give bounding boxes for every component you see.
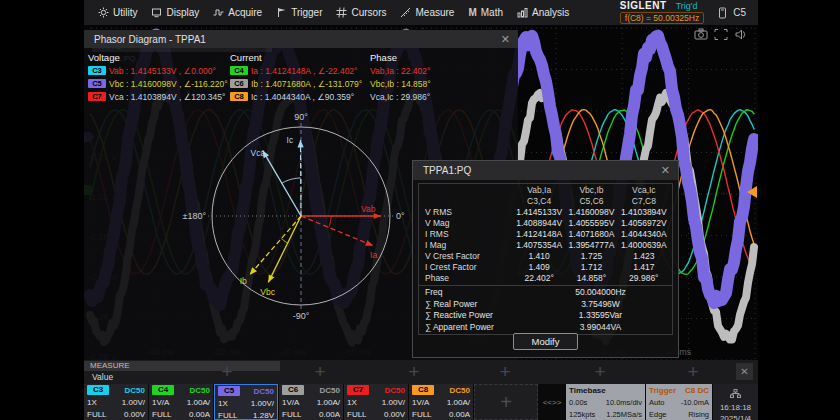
menu-utility[interactable]: Utility <box>98 7 137 18</box>
phasor-panel-header[interactable]: Phasor Diagram - TPPA1 ✕ <box>84 30 518 48</box>
add-measurement-icon[interactable]: + <box>207 360 247 384</box>
pq-value: 1.4056972V <box>618 218 670 229</box>
pq-sum-label: ∑ Real Power <box>421 299 531 311</box>
phasor-panel-title: Phasor Diagram - TPPA1 <box>94 34 206 45</box>
add-channel-slot[interactable]: + <box>474 384 538 420</box>
display-icon <box>151 7 162 18</box>
active-channel-indicator[interactable]: C5 <box>733 7 746 18</box>
pq-value: 1.4088944V <box>513 218 565 229</box>
modify-button[interactable]: Modify <box>513 333 579 350</box>
pq-value: 29.986° <box>618 273 670 284</box>
pq-col-subheader: C7,C8 <box>618 196 670 207</box>
svg-text:Vca: Vca <box>251 148 266 158</box>
svg-text:Ia: Ia <box>370 250 377 260</box>
pq-sum-label: ∑ Apparent Power <box>421 322 531 334</box>
voltage-column: Voltage C3Vab : 1.4145133V , ∠0.000° C5V… <box>88 52 230 103</box>
voltage-row: C7Vca : 1.4103894V , ∠120.345° <box>88 90 230 103</box>
pq-col-subheader: C5,C6 <box>565 196 617 207</box>
channel-badge: C8 <box>230 92 248 101</box>
menu-acquire[interactable]: Acquire <box>213 7 262 18</box>
menu-measure[interactable]: Measure <box>400 7 454 18</box>
pq-value: 1.4075354A <box>513 240 565 251</box>
menu-cursors[interactable]: Cursors <box>336 7 386 18</box>
plus-icon: + <box>500 391 512 414</box>
storage-icon[interactable] <box>718 7 727 19</box>
pq-row-label: I RMS <box>421 229 513 240</box>
clock-time: 16:18:18 <box>713 402 758 413</box>
pq-dialog-header[interactable]: TPPA1:PQ ✕ <box>413 161 678 180</box>
phase-column: Phase Vab,Ia : 22.402° Vbc,Ib : 14.858° … <box>370 52 514 103</box>
pq-sum-value: 3.99044VA <box>531 322 670 334</box>
current-header: Current <box>230 52 370 64</box>
close-icon[interactable]: ✕ <box>501 34 510 45</box>
acquire-icon <box>213 7 224 18</box>
pq-value: 1.725 <box>565 251 617 262</box>
channel-badge: C3 <box>88 66 106 75</box>
add-measurement-icon[interactable]: + <box>300 360 340 384</box>
trigger-status: Trig'd <box>676 1 698 11</box>
menu-display-label: Display <box>166 7 199 18</box>
menu-bar: Utility Display Acquire Trigger Cursors … <box>84 0 758 25</box>
add-measurement-icon[interactable]: + <box>394 360 434 384</box>
network-icon <box>730 389 741 398</box>
svg-text:Ic: Ic <box>287 135 294 145</box>
channel-badge: C5 <box>88 79 106 88</box>
menu-acquire-label: Acquire <box>228 7 262 18</box>
chart-icon <box>517 7 528 18</box>
grid-toolbar <box>694 27 750 41</box>
flag-icon <box>276 7 287 18</box>
menu-utility-label: Utility <box>113 7 137 18</box>
channel-box-c8[interactable]: C8DC50 1V/A1.00A/ FULL0.00A <box>409 384 473 420</box>
voltage-row: C5Vbc : 1.4160098V , ∠-116.220° <box>88 77 230 90</box>
channel-box-c5[interactable]: C5DC50 1X1.00V/ FULL1.28V <box>214 384 278 420</box>
pq-value: 1.712 <box>565 262 617 273</box>
pq-row-label: I Crest Factor <box>421 262 513 273</box>
pq-value: 1.4055595V <box>565 218 617 229</box>
math-icon: M <box>468 7 476 18</box>
frequency-counter: f(C8) = 50.00325Hz <box>620 12 704 24</box>
channel-box-c4[interactable]: C4DC50 1V/A1.00A/ FULL0.00A <box>149 384 213 420</box>
pq-value: 1.4145133V <box>513 207 565 218</box>
channel-badge: C5 <box>218 386 240 396</box>
ruler-icon <box>400 7 411 18</box>
phase-row: Vbc,Ib : 14.858° <box>370 77 514 90</box>
svg-text:±180°: ±180° <box>182 211 206 221</box>
screen: Utility Display Acquire Trigger Cursors … <box>0 0 840 420</box>
close-icon[interactable]: ✕ <box>736 363 753 380</box>
measure-strip: MEASURE <box>84 361 280 371</box>
channel-box-c6[interactable]: C6DC50 1V/A1.00A/ FULL0.00A <box>279 384 343 420</box>
voltage-header: Voltage <box>88 52 230 64</box>
add-measurement-icon[interactable]: + <box>580 360 620 384</box>
channel-box-c3[interactable]: C3DC50 1X1.00V/ FULL0.00V <box>84 384 148 420</box>
trigger-box[interactable]: TriggerC8 DC Auto-10.0mA EdgeRising <box>646 384 712 420</box>
channel-box-c7[interactable]: C7DC50 1X1.00V/ FULL0.00V <box>344 384 408 420</box>
menu-display[interactable]: Display <box>151 7 199 18</box>
timebase-box[interactable]: Timebase 0.00s10.0ms/div 125kpts1.25MSa/… <box>566 384 645 420</box>
pq-value: 1.4044340A <box>618 229 670 240</box>
channel-strip: C3DC50 1X1.00V/ FULL0.00V C4DC50 1V/A1.0… <box>84 384 758 420</box>
pq-value: 14.858° <box>565 273 617 284</box>
svg-text:Vab: Vab <box>361 204 376 214</box>
svg-text:0°: 0° <box>396 211 405 221</box>
menu-analysis[interactable]: Analysis <box>517 7 569 18</box>
camera-icon[interactable] <box>695 29 707 39</box>
voltage-row: C3Vab : 1.4145133V , ∠0.000° <box>88 64 230 77</box>
menu-trigger[interactable]: Trigger <box>276 7 322 18</box>
pq-row-label: V RMS <box>421 207 513 218</box>
pq-row-label: V Crest Factor <box>421 251 513 262</box>
channel-badge: C4 <box>152 385 174 395</box>
expand-icon[interactable] <box>715 30 727 40</box>
sound-icon[interactable] <box>736 30 745 39</box>
menu-math-label: Math <box>481 7 503 18</box>
descriptor-scroll-arrows[interactable]: <<>> <box>539 384 565 420</box>
channel-badge: C3 <box>87 385 109 395</box>
clock-box: 16:18:18 2025/1/4 <box>713 384 758 420</box>
pq-value: 1.4000639A <box>618 240 670 251</box>
pq-value: 1.410 <box>513 251 565 262</box>
pq-row-label: Phase <box>421 273 513 284</box>
pq-row-label: I Mag <box>421 240 513 251</box>
add-measurement-icon[interactable]: + <box>485 360 525 384</box>
add-measurement-icon[interactable]: + <box>673 360 713 384</box>
menu-math[interactable]: M Math <box>468 7 503 18</box>
close-icon[interactable]: ✕ <box>661 165 670 176</box>
